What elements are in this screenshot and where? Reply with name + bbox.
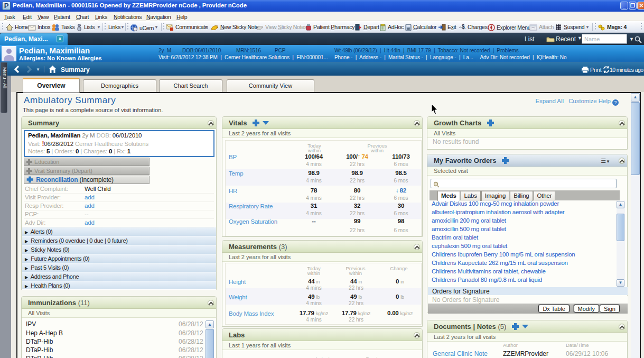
svg-text:$: $ xyxy=(462,24,465,30)
